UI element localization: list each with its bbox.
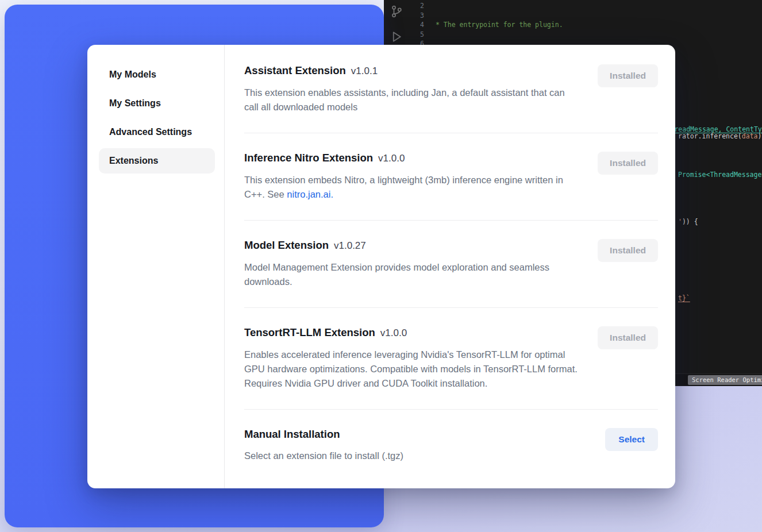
extension-info: Model Extensionv1.0.27 Model Management …	[244, 238, 580, 289]
extension-info: TensortRT-LLM Extensionv1.0.0 Enables ac…	[244, 326, 580, 391]
extension-title: Inference Nitro Extensionv1.0.0	[244, 151, 580, 165]
extension-title: Assistant Extensionv1.0.1	[244, 64, 580, 78]
sidebar-item-advanced-settings[interactable]: Advanced Settings	[99, 119, 215, 145]
installed-button[interactable]: Installed	[598, 64, 658, 87]
code-token: data	[742, 132, 758, 140]
installed-button[interactable]: Installed	[598, 152, 658, 175]
extension-version: v1.0.0	[380, 327, 407, 338]
code-fragment: rator.inference(data));	[678, 132, 762, 141]
manual-installation-title: Manual Installation	[244, 427, 403, 441]
extension-version: v1.0.0	[378, 153, 405, 164]
installed-button[interactable]: Installed	[598, 326, 658, 349]
extension-name: Model Extension	[244, 239, 329, 251]
manual-installation-description: Select an extension file to install (.tg…	[244, 449, 403, 463]
nitro-jan-ai-link[interactable]: nitro.jan.ai.	[287, 189, 333, 199]
line-number: 2	[413, 1, 424, 11]
extension-info: Assistant Extensionv1.0.1 This extension…	[244, 64, 580, 114]
extensions-list: Assistant Extensionv1.0.1 This extension…	[225, 45, 675, 488]
extension-name: Assistant Extension	[244, 64, 346, 76]
extension-description: Enables accelerated inference leveraging…	[244, 348, 580, 391]
line-number: 3	[413, 11, 424, 21]
select-file-button[interactable]: Select	[605, 428, 658, 451]
run-debug-icon[interactable]	[390, 30, 403, 44]
code-token: ));	[757, 132, 762, 140]
code-token: )) {	[682, 218, 698, 226]
code-line: * The entrypoint for the plugin.	[436, 20, 762, 30]
extension-row-model: Model Extensionv1.0.27 Model Management …	[244, 220, 658, 307]
extension-row-tensorrt-llm: TensortRT-LLM Extensionv1.0.0 Enables ac…	[244, 307, 658, 409]
extension-name: TensortRT-LLM Extension	[244, 326, 375, 338]
sidebar-item-extensions[interactable]: Extensions	[99, 148, 215, 174]
extension-name: Inference Nitro Extension	[244, 152, 373, 164]
line-number: 5	[413, 30, 424, 40]
code-fragment: t}`	[678, 294, 690, 303]
code-token: '	[678, 218, 682, 226]
extension-name: Manual Installation	[244, 428, 340, 440]
extension-info: Manual Installation Select an extension …	[244, 427, 403, 463]
source-control-icon[interactable]	[390, 5, 403, 18]
extension-row-inference-nitro: Inference Nitro Extensionv1.0.0 This ext…	[244, 133, 658, 220]
settings-modal: My Models My Settings Advanced Settings …	[87, 45, 675, 488]
extension-version: v1.0.27	[334, 240, 366, 251]
screen-reader-status-badge[interactable]: Screen Reader Optimized	[688, 375, 762, 385]
extension-info: Inference Nitro Extensionv1.0.0 This ext…	[244, 151, 580, 202]
extension-description: This extension embeds Nitro, a lightweig…	[244, 173, 580, 202]
line-number-gutter: 2 3 4 5 6	[413, 1, 424, 49]
line-number: 4	[413, 20, 424, 30]
extension-row-assistant: Assistant Extensionv1.0.1 This extension…	[244, 45, 658, 133]
extension-description: Model Management Extension provides mode…	[244, 260, 580, 289]
sidebar-item-label: Extensions	[109, 156, 158, 166]
sidebar-item-label: My Models	[109, 70, 156, 80]
extension-title: TensortRT-LLM Extensionv1.0.0	[244, 326, 580, 340]
code-fragment: Promise<ThreadMessage>	[678, 170, 762, 180]
code-token: rator.inference(	[678, 132, 742, 140]
settings-sidebar: My Models My Settings Advanced Settings …	[87, 45, 225, 488]
code-fragment: ')) {	[678, 217, 698, 227]
sidebar-item-my-settings[interactable]: My Settings	[99, 91, 215, 116]
sidebar-item-my-models[interactable]: My Models	[99, 62, 215, 87]
sidebar-item-label: My Settings	[109, 98, 161, 109]
extension-description: This extension enables assistants, inclu…	[244, 86, 580, 114]
screen: 2 3 4 5 6 * The entrypoint for the plugi…	[0, 0, 762, 532]
extension-version: v1.0.1	[351, 65, 378, 76]
sidebar-item-label: Advanced Settings	[109, 127, 192, 137]
manual-installation-row: Manual Installation Select an extension …	[244, 409, 658, 481]
extension-title: Model Extensionv1.0.27	[244, 238, 580, 253]
installed-button[interactable]: Installed	[598, 239, 658, 262]
